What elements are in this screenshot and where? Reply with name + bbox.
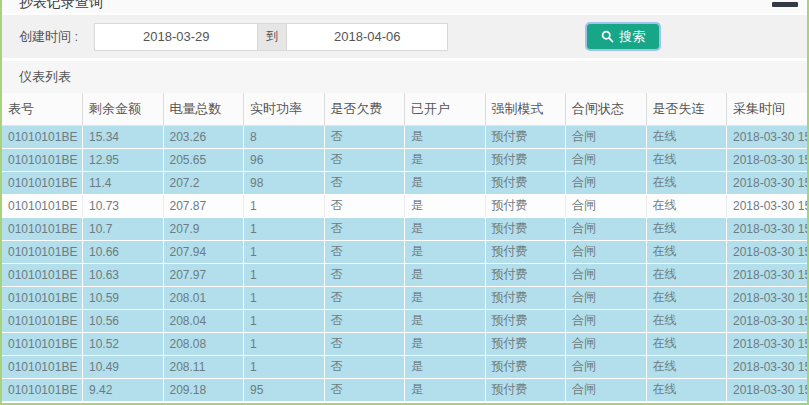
table-cell: 10.52: [83, 332, 164, 355]
table-cell: 205.65: [163, 148, 244, 171]
search-button[interactable]: 搜索: [587, 24, 659, 49]
table-row[interactable]: 01010101BE10.52208.081否是预付费合闸在线2018-03-3…: [2, 332, 807, 355]
column-header: 表号: [2, 93, 83, 125]
table-cell: 1: [244, 286, 325, 309]
table-cell: 预付费: [485, 148, 566, 171]
table-row[interactable]: 01010101BE10.49208.111否是预付费合闸在线2018-03-3…: [2, 355, 807, 378]
table-cell: 是: [405, 148, 486, 171]
table-cell: 01010101BE: [2, 355, 83, 378]
table-cell: 预付费: [485, 355, 566, 378]
table-cell: 98: [244, 171, 325, 194]
table-cell: 207.94: [163, 240, 244, 263]
table-cell: 在线: [646, 217, 727, 240]
search-icon: [601, 30, 614, 43]
table-cell: 在线: [646, 263, 727, 286]
table-cell: 208.04: [163, 309, 244, 332]
table-row[interactable]: 01010101BE10.7207.91否是预付费合闸在线2018-03-30 …: [2, 217, 807, 240]
table-cell: 否: [324, 378, 405, 401]
table-cell: 209.18: [163, 378, 244, 401]
table-cell: 合闸: [566, 332, 647, 355]
table-cell: 是: [405, 240, 486, 263]
table-cell: 2018-03-30 15:1: [727, 194, 808, 217]
table-cell: 合闸: [566, 194, 647, 217]
table-cell: 预付费: [485, 171, 566, 194]
meter-record-panel: 抄表记录查询 创建时间 : 到 搜索 仪表列表 表号剩余金额电量总数实时功率是否…: [0, 0, 809, 405]
table-cell: 96: [244, 148, 325, 171]
meter-table: 表号剩余金额电量总数实时功率是否欠费已开户强制模式合闸状态是否失连采集时间 01…: [2, 93, 807, 402]
table-cell: 在线: [646, 240, 727, 263]
table-cell: 1: [244, 332, 325, 355]
table-cell: 是: [405, 378, 486, 401]
table-cell: 合闸: [566, 263, 647, 286]
table-cell: 01010101BE: [2, 125, 83, 148]
table-cell: 在线: [646, 309, 727, 332]
column-header: 剩余金额: [83, 93, 164, 125]
section-title: 仪表列表: [19, 68, 71, 86]
table-cell: 95: [244, 378, 325, 401]
table-cell: 01010101BE: [2, 263, 83, 286]
table-cell: 合闸: [566, 148, 647, 171]
table-row[interactable]: 01010101BE10.73207.871否是预付费合闸在线2018-03-3…: [2, 194, 807, 217]
table-cell: 合闸: [566, 286, 647, 309]
date-to-input[interactable]: [286, 23, 448, 51]
table-row[interactable]: 01010101BE12.95205.6596否是预付费合闸在线2018-03-…: [2, 148, 807, 171]
table-cell: 207.9: [163, 217, 244, 240]
table-cell: 2018-03-30 15:1: [727, 171, 808, 194]
table-cell: 01010101BE: [2, 194, 83, 217]
table-cell: 预付费: [485, 217, 566, 240]
table-cell: 207.2: [163, 171, 244, 194]
meter-list-section-header: 仪表列表: [2, 61, 807, 93]
table-cell: 10.59: [83, 286, 164, 309]
table-row[interactable]: 01010101BE9.42209.1895否是预付费合闸在线2018-03-3…: [2, 378, 807, 401]
minimize-icon[interactable]: [772, 2, 798, 7]
table-cell: 预付费: [485, 378, 566, 401]
panel-title: 抄表记录查询: [19, 0, 103, 12]
search-button-label: 搜索: [619, 28, 645, 46]
table-cell: 否: [324, 263, 405, 286]
table-cell: 8: [244, 125, 325, 148]
created-time-label: 创建时间 :: [19, 28, 78, 46]
table-cell: 在线: [646, 286, 727, 309]
table-cell: 合闸: [566, 355, 647, 378]
table-cell: 是: [405, 309, 486, 332]
table-cell: 否: [324, 332, 405, 355]
table-cell: 208.11: [163, 355, 244, 378]
table-cell: 预付费: [485, 309, 566, 332]
table-cell: 是: [405, 217, 486, 240]
table-row[interactable]: 01010101BE10.56208.041否是预付费合闸在线2018-03-3…: [2, 309, 807, 332]
table-cell: 1: [244, 194, 325, 217]
table-cell: 否: [324, 194, 405, 217]
table-cell: 预付费: [485, 194, 566, 217]
table-row[interactable]: 01010101BE10.66207.941否是预付费合闸在线2018-03-3…: [2, 240, 807, 263]
table-cell: 2018-03-30 15:1: [727, 378, 808, 401]
table-cell: 10.63: [83, 263, 164, 286]
table-cell: 预付费: [485, 240, 566, 263]
table-cell: 是: [405, 355, 486, 378]
table-row[interactable]: 01010101BE10.59208.011否是预付费合闸在线2018-03-3…: [2, 286, 807, 309]
table-cell: 合闸: [566, 240, 647, 263]
table-cell: 01010101BE: [2, 286, 83, 309]
table-cell: 在线: [646, 355, 727, 378]
table-row[interactable]: 01010101BE10.63207.971否是预付费合闸在线2018-03-3…: [2, 263, 807, 286]
table-row[interactable]: 01010101BE11.4207.298否是预付费合闸在线2018-03-30…: [2, 171, 807, 194]
table-cell: 2018-03-30 15:1: [727, 332, 808, 355]
table-cell: 2018-03-30 15:1: [727, 148, 808, 171]
table-cell: 10.49: [83, 355, 164, 378]
table-cell: 否: [324, 309, 405, 332]
table-cell: 01010101BE: [2, 332, 83, 355]
table-cell: 是: [405, 171, 486, 194]
table-cell: 合闸: [566, 378, 647, 401]
table-cell: 预付费: [485, 125, 566, 148]
table-row[interactable]: 01010101BE15.34203.268否是预付费合闸在线2018-03-3…: [2, 125, 807, 148]
date-from-input[interactable]: [94, 23, 258, 51]
table-cell: 合闸: [566, 125, 647, 148]
table-cell: 1: [244, 217, 325, 240]
table-cell: 15.34: [83, 125, 164, 148]
table-cell: 9.42: [83, 378, 164, 401]
table-cell: 01010101BE: [2, 148, 83, 171]
column-header: 已开户: [405, 93, 486, 125]
table-cell: 在线: [646, 378, 727, 401]
table-cell: 11.4: [83, 171, 164, 194]
table-cell: 01010101BE: [2, 217, 83, 240]
table-cell: 合闸: [566, 309, 647, 332]
